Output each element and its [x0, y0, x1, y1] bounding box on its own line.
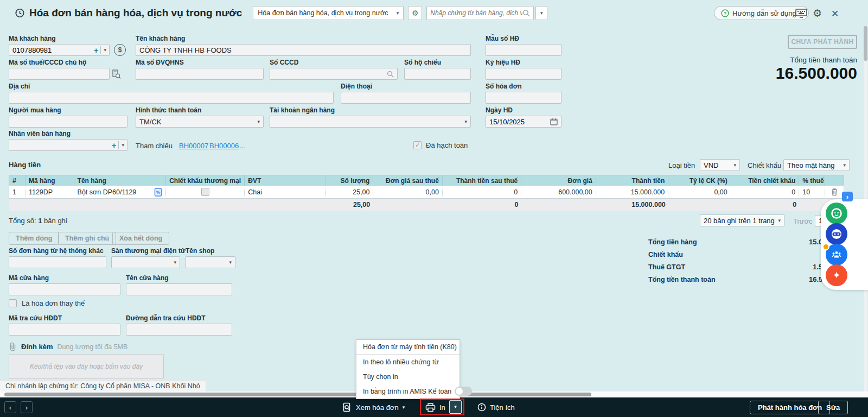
- invoice-no-input[interactable]: [486, 92, 561, 104]
- phone-input[interactable]: [341, 92, 471, 104]
- attachment-label: Đính kèm: [21, 343, 53, 351]
- history-clock-icon[interactable]: [14, 8, 25, 18]
- search-input[interactable]: [430, 9, 522, 17]
- dollar-glyph: $: [118, 46, 122, 54]
- scrollbar-thumb[interactable]: [4, 393, 591, 396]
- bank-account-select[interactable]: ▾: [270, 116, 471, 128]
- scrollbar-thumb[interactable]: [864, 26, 867, 61]
- col-idx: #: [9, 175, 25, 186]
- next-record-button[interactable]: ›: [21, 401, 33, 413]
- sales-staff-input[interactable]: [9, 140, 110, 150]
- cccd-input[interactable]: [270, 68, 387, 79]
- dvqhns-label: Mã số ĐVQHNS: [136, 59, 264, 66]
- add-staff-icon[interactable]: +: [110, 141, 119, 150]
- customer-name-label: Tên khách hàng: [136, 35, 471, 42]
- cell-vat[interactable]: 10: [799, 186, 825, 198]
- posted-checkbox[interactable]: ✓: [413, 141, 422, 149]
- check-icon: ✓: [415, 142, 420, 149]
- address-label: Địa chỉ: [9, 83, 334, 90]
- trade-discount-checkbox[interactable]: [201, 188, 209, 196]
- shortcut-keyboard-icon[interactable]: [795, 9, 807, 18]
- add-row-button[interactable]: Thêm dòng: [9, 232, 59, 245]
- items-section-title: Hàng tiền: [9, 161, 41, 169]
- customer-code-input[interactable]: [9, 45, 92, 55]
- lookup-url-input[interactable]: [126, 324, 232, 336]
- print-button[interactable]: In: [425, 403, 445, 412]
- search-icon[interactable]: [522, 9, 530, 17]
- cell-amount-after-tax[interactable]: 0: [443, 186, 521, 198]
- total-discount-label: Chiết khấu: [648, 251, 683, 258]
- settings-gear-icon[interactable]: ⚙: [813, 7, 822, 20]
- company-lookup-icon[interactable]: [112, 70, 121, 79]
- cell-ck-amount[interactable]: 0: [731, 186, 800, 198]
- add-customer-icon[interactable]: +: [92, 46, 101, 55]
- cell-name[interactable]: Bột sơn DP60/1129 %: [74, 186, 166, 198]
- ai-sparkle-button[interactable]: ✦: [826, 264, 847, 286]
- ava-assistant-button[interactable]: [826, 223, 847, 245]
- template-no-input[interactable]: [486, 44, 561, 56]
- reference-link[interactable]: BH00006: [209, 142, 239, 150]
- dvqhns-input[interactable]: [136, 68, 264, 80]
- delete-row-icon[interactable]: [831, 188, 838, 196]
- view-invoice-button[interactable]: Xem hóa đơn ▾: [343, 402, 405, 412]
- close-icon[interactable]: ✕: [831, 8, 839, 20]
- cell-ck-rate[interactable]: 0,00: [668, 186, 731, 198]
- shop-name-select[interactable]: ▾: [186, 256, 235, 268]
- add-note-button[interactable]: Thêm ghi chú: [58, 232, 116, 245]
- tax-code-input[interactable]: [9, 68, 110, 80]
- menu-item-print-options[interactable]: Tùy chọn in: [356, 369, 459, 384]
- calendar-icon[interactable]: [550, 118, 561, 125]
- ecommerce-select[interactable]: ▾: [111, 256, 180, 268]
- chevron-down-icon: ▾: [397, 11, 399, 16]
- cell-price[interactable]: 600.000,00: [521, 186, 596, 198]
- chevron-down-icon[interactable]: ▾: [118, 141, 127, 149]
- percent-doc-icon[interactable]: %: [154, 188, 162, 197]
- reference-more-link[interactable]: ...: [240, 142, 246, 150]
- menu-item-batch-print[interactable]: In theo lô nhiều chứng từ: [356, 355, 459, 369]
- customer-finance-icon[interactable]: $: [114, 44, 126, 56]
- clear-rows-button[interactable]: Xóa hết dòng: [112, 232, 169, 245]
- field-shop-name: Tên shop ▾: [186, 247, 235, 268]
- file-dropzone[interactable]: Kéo/thả tệp vào đây hoặc bấm vào đây: [9, 354, 164, 379]
- amis-printer-toggle[interactable]: [455, 387, 472, 396]
- edit-button[interactable]: Sửa: [818, 401, 848, 414]
- page-size-select[interactable]: 20 bản ghi trên 1 trang ▾: [700, 214, 784, 226]
- cell-code[interactable]: 1129DP: [25, 186, 74, 198]
- store-name-input[interactable]: [126, 283, 232, 295]
- passport-input[interactable]: [404, 68, 471, 80]
- payment-method-select[interactable]: TM/CK ▾: [136, 116, 264, 128]
- reference-link[interactable]: BH00007: [179, 142, 208, 150]
- field-template-no: Mẫu số HĐ: [486, 35, 561, 56]
- settings-quick-button[interactable]: ⚙: [408, 6, 422, 20]
- cell-amount[interactable]: 15.000.000: [596, 186, 668, 198]
- search-options-button[interactable]: ▾: [535, 6, 547, 20]
- print-options-dropdown-button[interactable]: ▾: [449, 400, 462, 414]
- help-guide-button[interactable]: ? Hướng dẫn sử dụng ▾: [714, 6, 809, 20]
- pagination-prev[interactable]: Trước: [793, 217, 813, 225]
- store-code-input[interactable]: [9, 283, 120, 295]
- cell-qty[interactable]: 25,00: [326, 186, 374, 198]
- lookup-code-input[interactable]: [9, 324, 120, 336]
- symbol-input[interactable]: [486, 68, 561, 80]
- address-input[interactable]: [9, 92, 334, 104]
- prev-record-button[interactable]: ‹: [4, 401, 16, 413]
- invoice-date-input[interactable]: [486, 116, 550, 127]
- menu-item-amis-printer[interactable]: In bằng trình in AMIS Kế toán: [356, 384, 459, 399]
- invoice-type-select[interactable]: Hóa đơn bán hàng hóa, dịch vụ trong nước…: [253, 6, 404, 20]
- external-order-input[interactable]: [9, 256, 106, 268]
- support-chat-button[interactable]: [826, 203, 847, 224]
- cell-unit[interactable]: Chai: [245, 186, 326, 198]
- cell-actions: [825, 186, 844, 198]
- cell-price-after-tax[interactable]: 0,00: [373, 186, 443, 198]
- customer-name-input[interactable]: [136, 44, 471, 56]
- discount-mode-select[interactable]: Theo mặt hàng ▾: [783, 159, 850, 171]
- search-icon[interactable]: [387, 71, 397, 78]
- table-row[interactable]: 1 1129DP Bột sơn DP60/1129 % Chai 25,00 …: [9, 186, 844, 199]
- menu-item-k80[interactable]: Hóa đơn từ máy tính tiền (K80): [356, 340, 459, 355]
- buyer-input[interactable]: [9, 116, 127, 128]
- utilities-button[interactable]: Tiện ích: [477, 403, 515, 412]
- replace-invoice-checkbox[interactable]: [9, 299, 17, 307]
- chevron-down-icon[interactable]: ▾: [100, 46, 109, 54]
- currency-select[interactable]: VND ▾: [700, 159, 740, 171]
- expand-columns-tab[interactable]: ›: [842, 192, 853, 201]
